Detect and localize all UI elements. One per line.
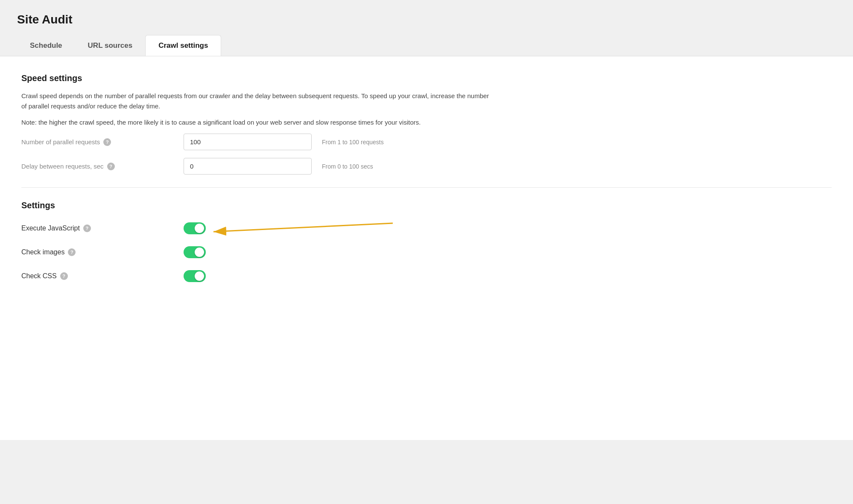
- content-area: Speed settings Crawl speed depends on th…: [0, 56, 853, 440]
- tab-crawl-settings[interactable]: Crawl settings: [145, 35, 221, 56]
- settings-section: Settings Execute JavaScript ?: [21, 201, 832, 282]
- svg-line-1: [213, 223, 393, 232]
- parallel-requests-hint: From 1 to 100 requests: [322, 139, 384, 146]
- section-divider: [21, 187, 832, 188]
- speed-description-2: Note: the higher the crawl speed, the mo…: [21, 117, 491, 128]
- execute-javascript-toggle[interactable]: [184, 222, 206, 234]
- check-images-label: Check images ?: [21, 248, 184, 256]
- tab-schedule[interactable]: Schedule: [17, 35, 75, 56]
- check-css-help-icon[interactable]: ?: [60, 272, 68, 280]
- check-images-row: Check images ?: [21, 246, 832, 258]
- page-wrapper: Site Audit Schedule URL sources Crawl se…: [0, 0, 853, 504]
- settings-title: Settings: [21, 201, 832, 210]
- execute-javascript-slider: [184, 222, 206, 234]
- check-css-slider: [184, 270, 206, 282]
- parallel-requests-input[interactable]: [184, 134, 312, 150]
- delay-requests-hint: From 0 to 100 secs: [322, 163, 373, 170]
- parallel-requests-help-icon[interactable]: ?: [103, 138, 111, 146]
- delay-requests-row: Delay between requests, sec ? From 0 to …: [21, 158, 832, 175]
- speed-description-1: Crawl speed depends on the number of par…: [21, 91, 491, 111]
- delay-requests-input[interactable]: [184, 158, 312, 175]
- check-images-slider: [184, 246, 206, 258]
- check-css-label: Check CSS ?: [21, 272, 184, 280]
- arrow-annotation: [209, 219, 393, 242]
- page-title: Site Audit: [0, 0, 853, 35]
- check-images-help-icon[interactable]: ?: [68, 248, 76, 256]
- speed-settings-section: Speed settings Crawl speed depends on th…: [21, 73, 832, 175]
- delay-requests-help-icon[interactable]: ?: [107, 163, 115, 170]
- check-images-toggle[interactable]: [184, 246, 206, 258]
- speed-settings-title: Speed settings: [21, 73, 832, 83]
- check-css-toggle[interactable]: [184, 270, 206, 282]
- parallel-requests-row: Number of parallel requests ? From 1 to …: [21, 134, 832, 150]
- execute-javascript-label: Execute JavaScript ?: [21, 224, 184, 232]
- execute-javascript-row: Execute JavaScript ?: [21, 222, 832, 234]
- check-css-row: Check CSS ?: [21, 270, 832, 282]
- execute-javascript-help-icon[interactable]: ?: [83, 224, 91, 232]
- tab-url-sources[interactable]: URL sources: [75, 35, 146, 56]
- delay-requests-label: Delay between requests, sec ?: [21, 163, 184, 170]
- tabs-bar: Schedule URL sources Crawl settings: [0, 35, 853, 56]
- parallel-requests-label: Number of parallel requests ?: [21, 138, 184, 146]
